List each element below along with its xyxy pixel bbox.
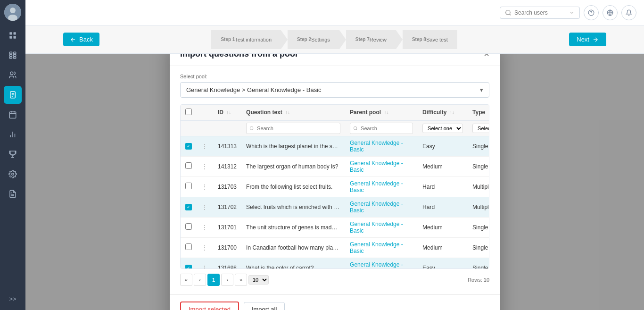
step-8[interactable]: Step 8 Save test: [403, 30, 457, 49]
row-dots-menu[interactable]: ⋮: [197, 136, 213, 156]
arrow-right-icon: [592, 36, 599, 43]
modal-header: Import questions from a pool ×: [170, 54, 500, 66]
table-row: ⋮131703From the following list select fr…: [181, 176, 489, 197]
pagination-buttons: « ‹ 1 › » 10 25 50: [180, 274, 269, 286]
avatar[interactable]: [4, 4, 21, 21]
row-parent-pool[interactable]: General Knowledge - Basic: [345, 237, 418, 258]
header-question-text[interactable]: Question text ↑↓: [241, 105, 345, 121]
steps-navigation: Step 1 Test information Step 2 Settings …: [211, 30, 457, 49]
parent-pool-link[interactable]: General Knowledge - Basic: [350, 160, 403, 173]
sidebar-item-notes[interactable]: [4, 185, 22, 203]
difficulty-filter-select[interactable]: Select one Easy Medium Hard: [422, 124, 463, 133]
question-search-icon: [249, 126, 254, 131]
pool-dropdown[interactable]: General Knowledge > General Knowledge - …: [180, 82, 489, 98]
notifications-button[interactable]: [621, 5, 636, 20]
page-1-button[interactable]: 1: [207, 274, 220, 286]
import-selected-button[interactable]: Import selected: [180, 302, 239, 310]
row-parent-pool[interactable]: General Knowledge - Basic: [345, 176, 418, 197]
step-1[interactable]: Step 1 Test information: [211, 30, 281, 49]
last-page-button[interactable]: »: [235, 274, 247, 286]
row-dots-menu[interactable]: ⋮: [197, 176, 213, 197]
row-dots-menu[interactable]: ⋮: [197, 237, 213, 258]
header-checkbox[interactable]: [181, 105, 197, 121]
row-parent-pool[interactable]: General Knowledge - Basic: [345, 136, 418, 156]
parent-pool-link[interactable]: General Knowledge - Basic: [350, 221, 403, 234]
row-parent-pool[interactable]: General Knowledge - Basic: [345, 217, 418, 237]
dots-icon[interactable]: ⋮: [201, 183, 208, 191]
modal-title: Import questions from a pool: [180, 54, 297, 59]
sidebar-item-settings[interactable]: [4, 165, 22, 183]
parent-pool-link[interactable]: General Knowledge - Basic: [350, 140, 403, 153]
step-7[interactable]: Step 7 Review: [346, 30, 396, 49]
sidebar-item-users[interactable]: [4, 66, 22, 84]
header-type[interactable]: Type ↑↓: [468, 105, 489, 121]
prev-page-button[interactable]: ‹: [194, 274, 206, 286]
row-difficulty: Medium: [418, 217, 468, 237]
parent-pool-link[interactable]: General Knowledge - Basic: [350, 261, 403, 269]
row-type: Multiple choice: [468, 197, 489, 217]
dots-icon[interactable]: ⋮: [201, 224, 208, 231]
next-page-button[interactable]: ›: [221, 274, 233, 286]
sidebar-item-dashboard[interactable]: [4, 26, 22, 44]
row-dots-menu[interactable]: ⋮: [197, 258, 213, 269]
svg-point-13: [10, 72, 13, 75]
row-checkbox[interactable]: [185, 243, 192, 250]
row-checkbox-checked[interactable]: [185, 265, 192, 268]
svg-rect-3: [9, 32, 12, 34]
row-dots-menu[interactable]: ⋮: [197, 197, 213, 217]
dots-icon[interactable]: ⋮: [201, 244, 208, 251]
dots-icon[interactable]: ⋮: [201, 203, 208, 211]
pool-search-input[interactable]: [358, 124, 410, 133]
parent-pool-link[interactable]: General Knowledge - Basic: [350, 201, 403, 214]
header-difficulty[interactable]: Difficulty ↑↓: [418, 105, 468, 121]
question-search-input[interactable]: [254, 124, 306, 133]
next-button[interactable]: Next: [569, 33, 606, 46]
svg-line-38: [253, 129, 254, 130]
parent-pool-link[interactable]: General Knowledge - Basic: [350, 241, 403, 254]
header-id[interactable]: ID ↑↓: [213, 105, 241, 121]
sidebar-item-trophy[interactable]: [4, 145, 22, 163]
parent-pool-link[interactable]: General Knowledge - Basic: [350, 180, 403, 193]
row-checkbox-checked[interactable]: [185, 204, 192, 210]
step-2[interactable]: Step 2 Settings: [288, 30, 339, 49]
row-parent-pool[interactable]: General Knowledge - Basic: [345, 197, 418, 217]
sidebar-item-modules[interactable]: [4, 46, 22, 64]
row-dots-menu[interactable]: ⋮: [197, 217, 213, 237]
sidebar-item-calendar[interactable]: [4, 106, 22, 124]
back-button[interactable]: Back: [63, 33, 99, 46]
row-dots-menu[interactable]: ⋮: [197, 156, 213, 176]
arrow-left-icon: [70, 36, 76, 43]
row-type: Single choice: [468, 258, 489, 269]
search-users-input[interactable]: [514, 9, 566, 16]
header-parent-pool[interactable]: Parent pool ↑↓: [345, 105, 418, 121]
help-button[interactable]: [584, 5, 599, 20]
table-row: ⋮141312The largest organ of human body i…: [181, 156, 489, 176]
filter-id-col: [213, 120, 241, 136]
select-all-checkbox[interactable]: [185, 109, 192, 115]
search-users-container[interactable]: [500, 7, 580, 19]
sidebar-item-reports[interactable]: [4, 126, 22, 143]
row-checkbox[interactable]: [185, 223, 192, 230]
row-checkbox[interactable]: [185, 183, 192, 189]
modal-close-button[interactable]: ×: [484, 54, 489, 59]
dots-icon[interactable]: ⋮: [201, 163, 208, 170]
row-parent-pool[interactable]: General Knowledge - Basic: [345, 258, 418, 269]
row-question-text: In Canadian football how many players ar…: [241, 237, 345, 258]
filter-difficulty: Select one Easy Medium Hard: [418, 120, 468, 136]
type-filter-select[interactable]: Select one Single choice Multiple choice: [472, 124, 489, 133]
import-all-button[interactable]: Import all: [244, 302, 285, 310]
first-page-button[interactable]: «: [180, 274, 192, 286]
sidebar-item-tests[interactable]: [4, 86, 22, 104]
row-parent-pool[interactable]: General Knowledge - Basic: [345, 156, 418, 176]
svg-rect-4: [14, 32, 16, 34]
sidebar-expand-btn[interactable]: >>: [5, 292, 20, 306]
row-difficulty: Medium: [418, 237, 468, 258]
globe-button[interactable]: [603, 5, 618, 20]
row-question-text: What is the color of carrot?: [241, 258, 345, 269]
row-checkbox[interactable]: [185, 162, 192, 169]
dots-icon[interactable]: ⋮: [201, 264, 208, 269]
rows-per-page-select[interactable]: 10 25 50: [248, 275, 269, 285]
row-id: 141312: [213, 156, 241, 176]
row-checkbox-checked[interactable]: [185, 143, 192, 150]
dots-icon[interactable]: ⋮: [201, 142, 208, 150]
